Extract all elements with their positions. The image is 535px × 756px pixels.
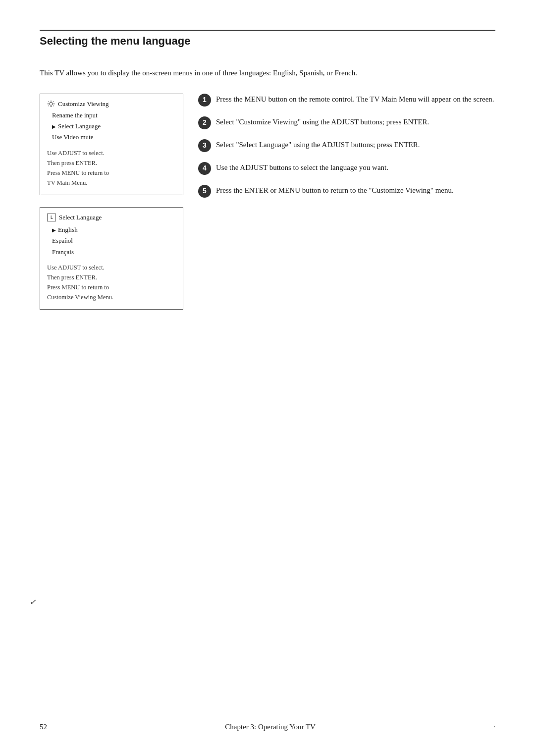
svg-rect-8 <box>53 106 54 107</box>
lang-english: English <box>52 224 176 235</box>
svg-rect-4 <box>54 104 54 105</box>
step-1-text: Press the MENU button on the remote cont… <box>216 94 495 105</box>
select-lang-header: L Select Language <box>47 213 176 223</box>
language-list: English Español Français <box>47 224 176 257</box>
lang-espanol: Español <box>52 235 176 246</box>
footer-chapter: Chapter 3: Operating Your TV <box>225 723 316 731</box>
svg-point-0 <box>50 103 53 106</box>
step-1-number: 1 <box>198 94 211 107</box>
menu-item-video-mute: Use Video mute <box>47 132 176 143</box>
page-header: Selecting the menu language <box>40 30 495 48</box>
step-3-number: 3 <box>198 139 211 152</box>
svg-rect-5 <box>48 102 49 103</box>
step-4-text: Use the ADJUST buttons to select the lan… <box>216 162 495 173</box>
menu-box-2-instructions: Use ADJUST to select. Then press ENTER. … <box>47 263 176 302</box>
page: Selecting the menu language This TV allo… <box>0 0 535 756</box>
select-language-box: L Select Language English Español França… <box>40 207 183 310</box>
svg-rect-1 <box>51 101 52 102</box>
customize-viewing-box: Customize Viewing Rename the input Selec… <box>40 94 183 195</box>
step-4-number: 4 <box>198 162 211 175</box>
step-2: 2 Select "Customize Viewing" using the A… <box>198 116 495 129</box>
footer-dot: · <box>493 723 495 731</box>
decorative-mark: ✓ <box>29 596 38 608</box>
page-number: 52 <box>40 723 47 731</box>
select-lang-title: Select Language <box>59 213 102 223</box>
menu-box-1-instructions: Use ADJUST to select. Then press ENTER. … <box>47 148 176 188</box>
top-rule <box>40 30 495 31</box>
menu-box-1-header: Customize Viewing <box>47 99 176 109</box>
step-2-number: 2 <box>198 116 211 129</box>
step-2-text: Select "Customize Viewing" using the ADJ… <box>216 116 495 128</box>
step-3-text: Select "Select Language" using the ADJUS… <box>216 139 495 151</box>
lang-francais: Français <box>52 247 176 258</box>
menu-box-1-title: Customize Viewing <box>58 99 109 109</box>
intro-text: This TV allows you to display the on-scr… <box>40 67 376 79</box>
page-title: Selecting the menu language <box>40 35 495 48</box>
page-footer: 52 Chapter 3: Operating Your TV · <box>40 723 495 731</box>
svg-rect-6 <box>53 102 54 103</box>
svg-rect-7 <box>48 106 49 107</box>
step-5-text: Press the ENTER or MENU button to return… <box>216 185 495 196</box>
step-4: 4 Use the ADJUST buttons to select the l… <box>198 162 495 175</box>
content-area: Customize Viewing Rename the input Selec… <box>40 94 495 310</box>
step-5-number: 5 <box>198 185 211 198</box>
menu-item-select-language: Select Language <box>47 121 176 132</box>
step-3: 3 Select "Select Language" using the ADJ… <box>198 139 495 152</box>
customize-viewing-icon <box>47 101 55 108</box>
step-1: 1 Press the MENU button on the remote co… <box>198 94 495 107</box>
left-column: Customize Viewing Rename the input Selec… <box>40 94 183 310</box>
svg-rect-3 <box>48 104 49 105</box>
right-column: 1 Press the MENU button on the remote co… <box>198 94 495 198</box>
step-5: 5 Press the ENTER or MENU button to retu… <box>198 185 495 198</box>
select-language-icon: L <box>47 214 56 221</box>
menu-item-rename: Rename the input <box>47 110 176 121</box>
svg-rect-2 <box>51 106 52 107</box>
